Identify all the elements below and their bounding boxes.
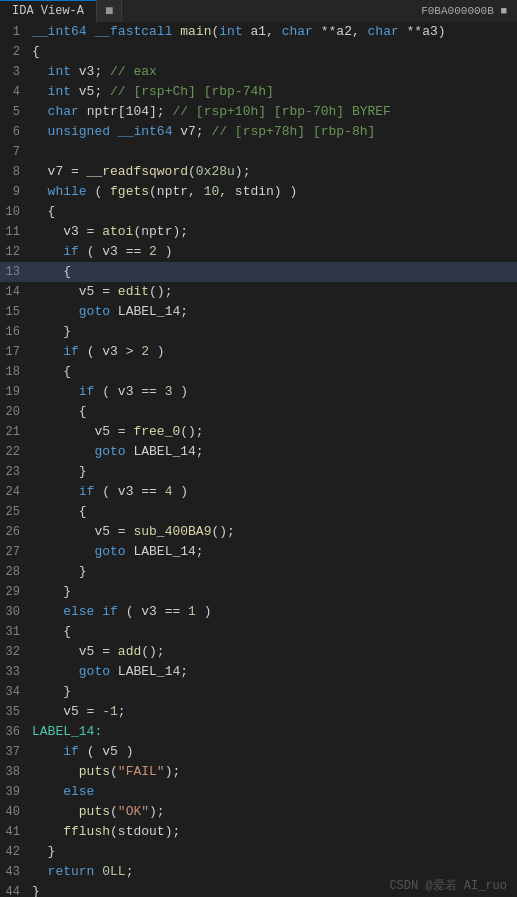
line-number: 15 bbox=[0, 302, 28, 322]
line-number: 29 bbox=[0, 582, 28, 602]
line-content: puts("OK"); bbox=[28, 802, 517, 822]
str-token: "OK" bbox=[118, 804, 149, 819]
code-line: 25 { bbox=[0, 502, 517, 522]
line-content: v5 = sub_400BA9(); bbox=[28, 522, 517, 542]
line-number: 28 bbox=[0, 562, 28, 582]
line-content: } bbox=[28, 682, 517, 702]
kw-token: while bbox=[48, 184, 87, 199]
plain-token bbox=[32, 444, 94, 459]
type-token: __int64 bbox=[118, 124, 173, 139]
plain-token bbox=[32, 184, 48, 199]
tab-spacer bbox=[122, 0, 411, 22]
fn-token: edit bbox=[118, 284, 149, 299]
plain-token: ) bbox=[172, 384, 188, 399]
comment-token: // [rsp+Ch] [rbp-74h] bbox=[110, 84, 274, 99]
plain-token bbox=[32, 84, 48, 99]
plain-token bbox=[32, 664, 79, 679]
line-number: 31 bbox=[0, 622, 28, 642]
kw-token: goto bbox=[79, 304, 110, 319]
line-content: v5 = add(); bbox=[28, 642, 517, 662]
line-content: else if ( v3 == 1 ) bbox=[28, 602, 517, 622]
line-content: __int64 __fastcall main(int a1, char **a… bbox=[28, 22, 517, 42]
line-content: { bbox=[28, 262, 517, 282]
line-content: if ( v5 ) bbox=[28, 742, 517, 762]
line-number: 21 bbox=[0, 422, 28, 442]
line-content: } bbox=[28, 562, 517, 582]
fn-token: puts bbox=[79, 804, 110, 819]
line-content: goto LABEL_14; bbox=[28, 662, 517, 682]
plain-token: (); bbox=[141, 644, 164, 659]
plain-token: LABEL_14; bbox=[110, 304, 188, 319]
line-number: 3 bbox=[0, 62, 28, 82]
plain-token: ); bbox=[165, 764, 181, 779]
kw-token: if bbox=[63, 744, 79, 759]
plain-token: (nptr); bbox=[133, 224, 188, 239]
kw-token: else bbox=[63, 784, 94, 799]
plain-token: } bbox=[32, 684, 71, 699]
plain-token: } bbox=[32, 584, 71, 599]
plain-token: } bbox=[32, 324, 71, 339]
code-line: 32 v5 = add(); bbox=[0, 642, 517, 662]
line-content: { bbox=[28, 502, 517, 522]
comment-token: // [rsp+10h] [rbp-70h] BYREF bbox=[172, 104, 390, 119]
line-content: goto LABEL_14; bbox=[28, 302, 517, 322]
line-content: v5 = -1; bbox=[28, 702, 517, 722]
type-token: int bbox=[219, 24, 242, 39]
plain-token: } bbox=[32, 844, 55, 859]
code-line: 8 v7 = __readfsqword(0x28u); bbox=[0, 162, 517, 182]
line-content: LABEL_14: bbox=[28, 722, 517, 742]
plain-token: v5 = bbox=[32, 704, 102, 719]
line-content: int v5; // [rsp+Ch] [rbp-74h] bbox=[28, 82, 517, 102]
line-number: 36 bbox=[0, 722, 28, 742]
plain-token: { bbox=[32, 364, 71, 379]
plain-token: **a3) bbox=[399, 24, 446, 39]
plain-token: v5; bbox=[71, 84, 110, 99]
code-line: 34 } bbox=[0, 682, 517, 702]
kw-token: if bbox=[102, 604, 118, 619]
plain-token: , stdin) ) bbox=[219, 184, 297, 199]
plain-token: ; bbox=[126, 864, 134, 879]
line-number: 4 bbox=[0, 82, 28, 102]
line-content: goto LABEL_14; bbox=[28, 442, 517, 462]
plain-token: LABEL_14; bbox=[126, 544, 204, 559]
tab-extra[interactable]: ■ bbox=[97, 0, 122, 22]
code-line: 13 { bbox=[0, 262, 517, 282]
line-number: 39 bbox=[0, 782, 28, 802]
code-line: 28 } bbox=[0, 562, 517, 582]
code-line: 4 int v5; // [rsp+Ch] [rbp-74h] bbox=[0, 82, 517, 102]
plain-token: ) bbox=[149, 344, 165, 359]
type-token: char bbox=[282, 24, 313, 39]
plain-token bbox=[32, 304, 79, 319]
plain-token: v5 = bbox=[32, 424, 133, 439]
code-line: 5 char nptr[104]; // [rsp+10h] [rbp-70h]… bbox=[0, 102, 517, 122]
plain-token: ( v3 == bbox=[94, 384, 164, 399]
num-token: -1 bbox=[102, 704, 118, 719]
line-number: 10 bbox=[0, 202, 28, 222]
plain-token bbox=[32, 344, 63, 359]
plain-token: ( v3 == bbox=[94, 484, 164, 499]
code-line: 11 v3 = atoi(nptr); bbox=[0, 222, 517, 242]
type-token: __int64 bbox=[32, 24, 87, 39]
code-line: 22 goto LABEL_14; bbox=[0, 442, 517, 462]
code-line: 6 unsigned __int64 v7; // [rsp+78h] [rbp… bbox=[0, 122, 517, 142]
line-number: 27 bbox=[0, 542, 28, 562]
line-content: else bbox=[28, 782, 517, 802]
line-content: } bbox=[28, 322, 517, 342]
tab-ida-view[interactable]: IDA View-A bbox=[0, 0, 97, 22]
line-content: { bbox=[28, 202, 517, 222]
kw-token: goto bbox=[94, 544, 125, 559]
plain-token: { bbox=[32, 504, 87, 519]
plain-token bbox=[32, 64, 48, 79]
plain-token: { bbox=[32, 624, 71, 639]
line-content: } bbox=[28, 582, 517, 602]
line-number: 34 bbox=[0, 682, 28, 702]
plain-token bbox=[32, 124, 48, 139]
line-number: 9 bbox=[0, 182, 28, 202]
fn-token: atoi bbox=[102, 224, 133, 239]
line-number: 41 bbox=[0, 822, 28, 842]
type-token: char bbox=[368, 24, 399, 39]
code-line: 23 } bbox=[0, 462, 517, 482]
line-number: 6 bbox=[0, 122, 28, 142]
plain-token: (stdout); bbox=[110, 824, 180, 839]
plain-token: LABEL_14; bbox=[110, 664, 188, 679]
